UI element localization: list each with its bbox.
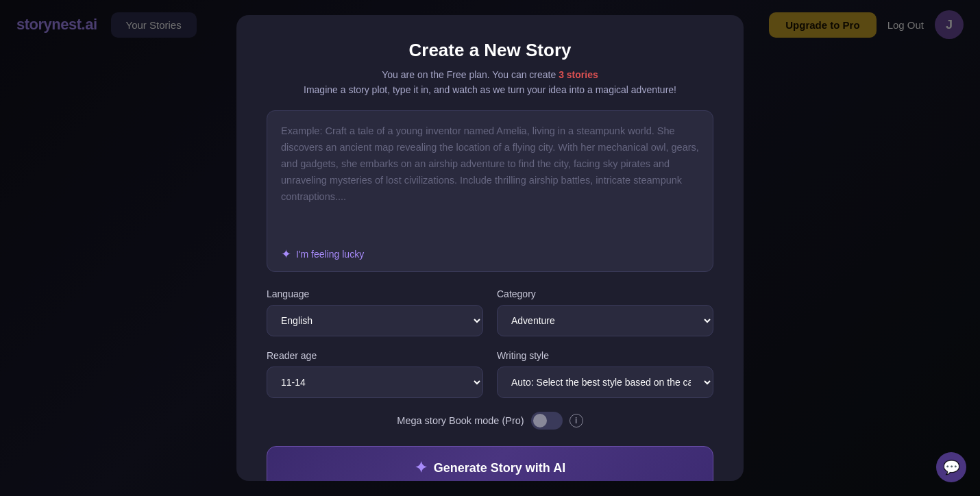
story-textarea[interactable]	[281, 123, 699, 240]
generate-button[interactable]: ✦ Generate Story with AI	[267, 446, 713, 481]
modal-subtitle: You are on the Free plan. You can create…	[267, 69, 713, 80]
reader-age-group: Reader age 3-5 6-8 9-12 11-14 15-17 18+	[267, 350, 483, 398]
age-style-row: Reader age 3-5 6-8 9-12 11-14 15-17 18+ …	[267, 350, 713, 398]
generate-sparkle-icon: ✦	[415, 459, 427, 477]
reader-age-label: Reader age	[267, 350, 483, 361]
language-category-row: Language English Spanish French German I…	[267, 288, 713, 336]
mega-story-row: Mega story Book mode (Pro) i	[267, 412, 713, 430]
reader-age-select[interactable]: 3-5 6-8 9-12 11-14 15-17 18+	[267, 367, 483, 398]
mega-story-label: Mega story Book mode (Pro)	[397, 415, 524, 426]
modal-title: Create a New Story	[267, 40, 713, 61]
category-group: Category Adventure Fantasy Romance Myste…	[497, 288, 713, 336]
writing-style-select[interactable]: Auto: Select the best style based on the…	[497, 367, 713, 398]
chat-bubble-button[interactable]: 💬	[936, 452, 966, 482]
language-select[interactable]: English Spanish French German Italian Po…	[267, 305, 483, 336]
generate-button-label: Generate Story with AI	[434, 461, 565, 475]
create-story-modal: Create a New Story You are on the Free p…	[236, 15, 744, 481]
writing-style-label: Writing style	[497, 350, 713, 361]
writing-style-group: Writing style Auto: Select the best styl…	[497, 350, 713, 398]
modal-subtitle-pre: You are on the Free plan. You can create	[382, 69, 559, 80]
category-label: Category	[497, 288, 713, 299]
modal-description: Imagine a story plot, type it in, and wa…	[267, 84, 713, 95]
mega-story-toggle-wrapper	[531, 412, 563, 430]
category-select[interactable]: Adventure Fantasy Romance Mystery Sci-Fi…	[497, 305, 713, 336]
feeling-lucky-button[interactable]: ✦ I'm feeling lucky	[281, 247, 699, 262]
feeling-lucky-label: I'm feeling lucky	[296, 249, 364, 260]
toggle-knob	[533, 414, 547, 427]
story-input-wrapper: ✦ I'm feeling lucky	[267, 110, 713, 272]
mega-story-toggle[interactable]	[531, 412, 563, 430]
info-icon[interactable]: i	[569, 414, 583, 427]
language-label: Language	[267, 288, 483, 299]
language-group: Language English Spanish French German I…	[267, 288, 483, 336]
chat-bubble-icon: 💬	[943, 459, 960, 475]
modal-subtitle-highlight: 3 stories	[559, 69, 598, 80]
sparkle-icon: ✦	[281, 247, 291, 262]
